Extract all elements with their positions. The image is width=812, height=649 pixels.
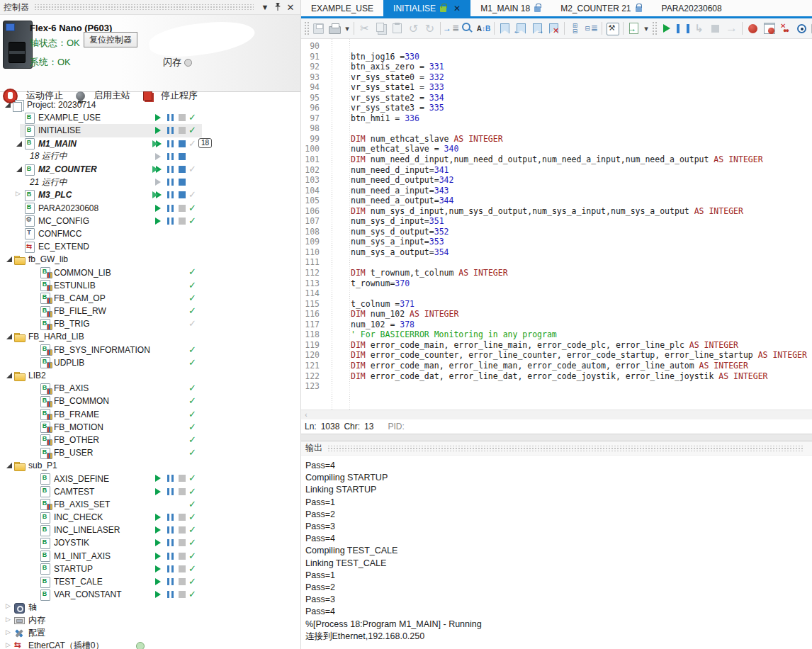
tree-item-common-lib[interactable]: COMMON_LIB✓: [0, 266, 301, 278]
pause-status-icon[interactable]: [167, 475, 174, 482]
pause-status-icon[interactable]: [167, 140, 174, 147]
run-status-icon[interactable]: [155, 153, 164, 160]
stop-status-icon[interactable]: [179, 140, 186, 147]
save-button[interactable]: [310, 21, 327, 37]
tree-item-confmcc[interactable]: CONFMCC: [0, 227, 301, 240]
stop-status-icon[interactable]: [179, 127, 186, 134]
tree-item-fb-cam-op[interactable]: FB_CAM_OP✓: [0, 292, 301, 305]
expand-arrow-icon[interactable]: [4, 602, 14, 612]
pause-status-icon[interactable]: [167, 153, 174, 160]
run-status-icon[interactable]: [152, 140, 161, 147]
tree-item-fb-user[interactable]: FB_USER✓: [0, 446, 301, 459]
expand-arrow-icon[interactable]: [4, 641, 14, 649]
outline-button[interactable]: [583, 21, 599, 37]
run-status-icon[interactable]: [155, 526, 164, 534]
tree-item-ethercat-插槽0[interactable]: EtherCAT（插槽0）: [0, 640, 301, 649]
tree-item-fb-sys-information[interactable]: FB_SYS_INFORMATION✓: [0, 344, 301, 356]
tree-item-startup[interactable]: STARTUP✓: [0, 563, 301, 575]
fold-all-button[interactable]: [567, 21, 583, 37]
tree-item-mc-config[interactable]: MC_CONFIG✓: [0, 215, 301, 227]
tree-item-ec-extend[interactable]: EC_EXTEND: [0, 240, 301, 253]
tree-item-m1-init-axis[interactable]: M1_INIT_AXIS✓: [0, 550, 301, 563]
tree-item-m2-counter[interactable]: M2_COUNTER✓: [0, 163, 301, 176]
pause-status-icon[interactable]: [167, 591, 174, 598]
tree-item-21-运行中[interactable]: 21 运行中: [0, 176, 301, 188]
code-editor[interactable]: 9091btn_jog16 =33092btn_axis_zero = 3319…: [301, 39, 812, 410]
pause-status-icon[interactable]: [167, 553, 174, 560]
horizontal-scrollbar[interactable]: ‹: [301, 410, 812, 419]
stop-status-icon[interactable]: [179, 153, 186, 160]
tree-item-fb-common[interactable]: FB_COMMON✓: [0, 395, 301, 407]
tree-item-sub-p1[interactable]: sub_P1: [0, 459, 301, 472]
pause-status-icon[interactable]: [167, 526, 174, 534]
tab-m2-counter-21[interactable]: M2_COUNTER 21: [551, 0, 651, 16]
pause-status-icon[interactable]: [167, 565, 174, 572]
tab-close-icon[interactable]: ✕: [453, 4, 461, 13]
run-status-icon[interactable]: [155, 578, 164, 585]
print-dropdown-icon[interactable]: [343, 21, 351, 37]
expand-arrow-icon[interactable]: [4, 616, 14, 626]
pause-status-icon[interactable]: [167, 114, 174, 121]
watch-button[interactable]: [794, 21, 810, 37]
expand-arrow-icon[interactable]: [14, 190, 24, 200]
tree-item-example-use[interactable]: EXAMPLE_USE✓: [0, 111, 301, 124]
tree-item-var-constant[interactable]: VAR_CONSTANT✓: [0, 588, 301, 601]
expand-arrow-icon[interactable]: [4, 628, 14, 638]
stop-status-icon[interactable]: [179, 166, 186, 173]
prev-bookmark-button[interactable]: [513, 21, 529, 37]
stop-status-icon[interactable]: [179, 526, 186, 534]
run-status-icon[interactable]: [155, 475, 164, 482]
tree-item-fb-hard-lib[interactable]: FB_HARd_LIB: [0, 330, 301, 343]
record-button[interactable]: [745, 21, 761, 37]
collapse-arrow-icon[interactable]: [4, 461, 14, 470]
step-into-button[interactable]: [691, 21, 707, 37]
tree-item-fb-frame[interactable]: FB_FRAME✓: [0, 408, 301, 421]
collapse-arrow-icon[interactable]: [3, 100, 13, 110]
run-status-icon[interactable]: [155, 591, 164, 598]
run-status-icon[interactable]: [155, 553, 164, 560]
stop-status-icon[interactable]: [179, 218, 186, 225]
paste-button[interactable]: [389, 21, 405, 37]
tree-item-fb-trig[interactable]: FB_TRIG✓: [0, 317, 301, 330]
stop-status-icon[interactable]: [179, 539, 186, 546]
collapse-arrow-icon[interactable]: [14, 164, 24, 174]
run-status-icon[interactable]: [155, 179, 164, 186]
stop-status-icon[interactable]: [179, 591, 186, 598]
scroll-left-arrow-icon[interactable]: ‹: [301, 411, 311, 419]
tab-m1-main-18[interactable]: M1_MAIN 18: [470, 0, 551, 16]
goto-line-button[interactable]: [443, 21, 459, 37]
run-status-icon[interactable]: [155, 114, 164, 121]
stop-status-icon[interactable]: [179, 179, 186, 186]
stop-button[interactable]: [707, 21, 723, 37]
pause-status-icon[interactable]: [167, 578, 174, 585]
stop-status-icon[interactable]: [179, 114, 186, 121]
print-button[interactable]: [327, 21, 343, 37]
tree-item-m1-main[interactable]: M1_MAIN✓18: [0, 137, 301, 150]
replace-button[interactable]: [475, 21, 492, 37]
redo-button[interactable]: [422, 21, 438, 37]
tab-example-use[interactable]: EXAMPLE_USE: [301, 0, 383, 16]
stop-status-icon[interactable]: [179, 191, 186, 198]
tree-item-fb-axis-set[interactable]: FB_AXIS_SET✓: [0, 498, 301, 511]
run-status-icon[interactable]: [155, 565, 164, 572]
find-button[interactable]: [459, 21, 475, 37]
pause-status-icon[interactable]: [167, 514, 174, 521]
download-to-controller-button[interactable]: [626, 21, 642, 37]
tree-item-fb-motion[interactable]: FB_MOTION✓: [0, 421, 301, 434]
panel-pin-icon[interactable]: [271, 2, 284, 13]
run-status-icon[interactable]: [155, 127, 164, 134]
panel-close-icon[interactable]: ✕: [284, 2, 297, 13]
stop-status-icon[interactable]: [179, 565, 186, 572]
undo-button[interactable]: [405, 21, 422, 37]
stop-status-icon[interactable]: [179, 553, 186, 560]
tree-item-配置[interactable]: 配置: [0, 627, 301, 640]
tree-item-轴[interactable]: 轴: [0, 601, 301, 614]
output-log[interactable]: Pass=4Compiling STARTUPLinking STARTUPPa…: [301, 456, 812, 643]
stop-status-icon[interactable]: [179, 475, 186, 482]
tab-initialise[interactable]: INITIALISE✕: [383, 0, 470, 16]
tree-item-para20230608[interactable]: PARA20230608✓: [0, 202, 301, 215]
tree-item-fb-axis[interactable]: FB_AXIS✓: [0, 382, 301, 395]
pause-button[interactable]: [675, 21, 691, 37]
tree-item-udplib[interactable]: UDPLIB✓: [0, 356, 301, 369]
pause-status-icon[interactable]: [167, 205, 174, 212]
